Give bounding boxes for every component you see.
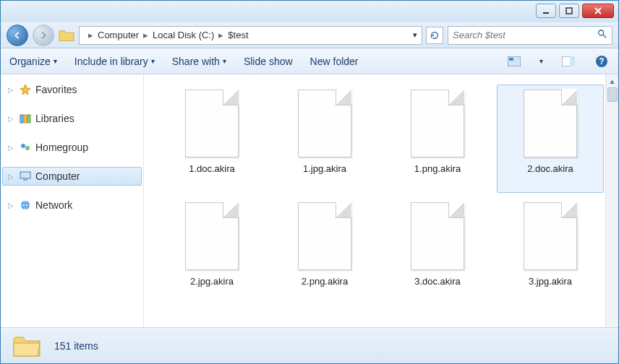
expand-arrow-icon: ▷ [8, 144, 15, 152]
view-options-button[interactable] [506, 53, 522, 69]
explorer-window: ▸ Computer ▸ Local Disk (C:) ▸ $test ▾ O… [0, 0, 619, 364]
svg-rect-1 [566, 8, 572, 14]
address-row: ▸ Computer ▸ Local Disk (C:) ▸ $test ▾ [1, 22, 618, 48]
sidebar-item-label: Homegroup [35, 142, 88, 153]
include-library-menu[interactable]: Include in library▾ [74, 56, 155, 67]
file-icon [185, 90, 239, 157]
chevron-down-icon[interactable]: ▾ [413, 30, 417, 40]
chevron-down-icon[interactable]: ▾ [539, 57, 543, 65]
content-pane: 1.doc.akira1.jpg.akira1.png.akira2.doc.a… [144, 74, 618, 327]
breadcrumb[interactable]: ▸ Computer ▸ Local Disk (C:) ▸ $test ▾ [79, 26, 422, 45]
file-label: 3.jpg.akira [529, 276, 572, 287]
svg-rect-9 [570, 56, 575, 66]
file-item[interactable]: 2.doc.akira [497, 84, 604, 193]
file-icon [185, 202, 239, 270]
sidebar-item-label: Favorites [35, 84, 77, 95]
chevron-right-icon: ▸ [88, 30, 93, 40]
expand-arrow-icon: ▷ [8, 86, 15, 94]
svg-rect-18 [23, 179, 27, 181]
status-bar: 151 items [1, 327, 618, 363]
file-label: 3.doc.akira [414, 276, 461, 287]
slideshow-label: Slide show [244, 56, 293, 67]
file-item[interactable]: 2.png.akira [271, 197, 378, 306]
folder-icon [12, 333, 41, 359]
newfolder-label: New folder [310, 56, 359, 67]
sidebar-item-favorites[interactable]: ▷Favorites [2, 80, 142, 99]
organize-label: Organize [9, 56, 51, 67]
file-grid: 1.doc.akira1.jpg.akira1.png.akira2.doc.a… [144, 74, 618, 327]
share-with-menu[interactable]: Share with▾ [172, 56, 226, 67]
back-button[interactable] [7, 25, 28, 46]
sidebar-item-homegroup[interactable]: ▷Homegroup [2, 138, 142, 157]
search-box[interactable] [448, 26, 612, 45]
new-folder-button[interactable]: New folder [310, 56, 359, 67]
star-icon [20, 84, 31, 95]
svg-rect-7 [509, 58, 513, 61]
network-icon [20, 199, 31, 211]
sidebar-item-computer[interactable]: ▷Computer [2, 167, 142, 186]
svg-rect-17 [20, 172, 30, 178]
file-label: 1.png.akira [414, 163, 461, 174]
sidebar-item-network[interactable]: ▷Network [2, 196, 142, 214]
minimize-button[interactable] [536, 4, 556, 18]
svg-rect-13 [24, 115, 27, 123]
titlebar [1, 1, 618, 22]
chevron-down-icon: ▾ [223, 57, 226, 65]
libraries-icon [20, 113, 31, 124]
body: ▷Favorites ▷Libraries ▷Homegroup ▷Comput… [1, 74, 618, 327]
folder-icon [59, 28, 74, 43]
forward-button[interactable] [33, 25, 54, 46]
scroll-thumb[interactable] [607, 87, 618, 102]
breadcrumb-folder[interactable]: $test [228, 30, 248, 40]
svg-point-15 [21, 144, 25, 148]
chevron-right-icon: ▸ [218, 30, 223, 40]
computer-icon [20, 170, 31, 182]
toolbar: Organize▾ Include in library▾ Share with… [1, 48, 618, 74]
file-icon [524, 202, 577, 270]
sidebar-item-libraries[interactable]: ▷Libraries [2, 109, 142, 128]
file-label: 1.doc.akira [189, 163, 235, 174]
include-label: Include in library [74, 56, 148, 67]
refresh-button[interactable] [426, 27, 443, 44]
slideshow-button[interactable]: Slide show [244, 56, 293, 67]
file-label: 2.doc.akira [527, 163, 573, 174]
scrollbar[interactable]: ▲ [605, 74, 618, 327]
file-icon [524, 90, 577, 157]
breadcrumb-drive[interactable]: Local Disk (C:) [153, 30, 214, 40]
item-count: 151 items [54, 340, 98, 352]
sidebar-item-label: Libraries [35, 113, 74, 124]
chevron-down-icon: ▾ [151, 57, 155, 65]
file-item[interactable]: 3.jpg.akira [497, 197, 604, 306]
maximize-button[interactable] [559, 4, 579, 18]
file-icon [298, 90, 351, 157]
preview-pane-button[interactable] [560, 53, 576, 69]
file-label: 2.jpg.akira [190, 276, 234, 287]
breadcrumb-computer[interactable]: Computer [98, 30, 139, 40]
search-input[interactable] [453, 30, 597, 40]
chevron-down-icon: ▾ [54, 57, 57, 65]
file-item[interactable]: 1.doc.akira [158, 84, 265, 193]
svg-line-5 [603, 34, 606, 37]
expand-arrow-icon: ▷ [8, 115, 15, 123]
file-item[interactable]: 2.jpg.akira [158, 197, 265, 306]
expand-arrow-icon: ▷ [8, 173, 15, 181]
file-label: 2.png.akira [302, 276, 348, 287]
organize-menu[interactable]: Organize▾ [9, 56, 57, 67]
scroll-up-icon[interactable]: ▲ [609, 77, 616, 85]
file-item[interactable]: 3.doc.akira [384, 197, 491, 306]
file-icon [411, 202, 464, 270]
sidebar-item-label: Computer [35, 170, 80, 182]
file-icon [411, 90, 464, 157]
file-label: 1.jpg.akira [303, 163, 346, 174]
expand-arrow-icon: ▷ [8, 202, 15, 209]
file-item[interactable]: 1.jpg.akira [271, 84, 378, 193]
sidebar-item-label: Network [35, 199, 72, 211]
search-icon[interactable] [597, 29, 607, 42]
svg-text:?: ? [599, 56, 604, 66]
homegroup-icon [20, 142, 31, 153]
file-item[interactable]: 1.png.akira [384, 84, 491, 193]
help-button[interactable]: ? [594, 53, 610, 69]
svg-rect-12 [20, 115, 23, 123]
svg-rect-14 [27, 115, 30, 123]
close-button[interactable] [582, 4, 614, 18]
